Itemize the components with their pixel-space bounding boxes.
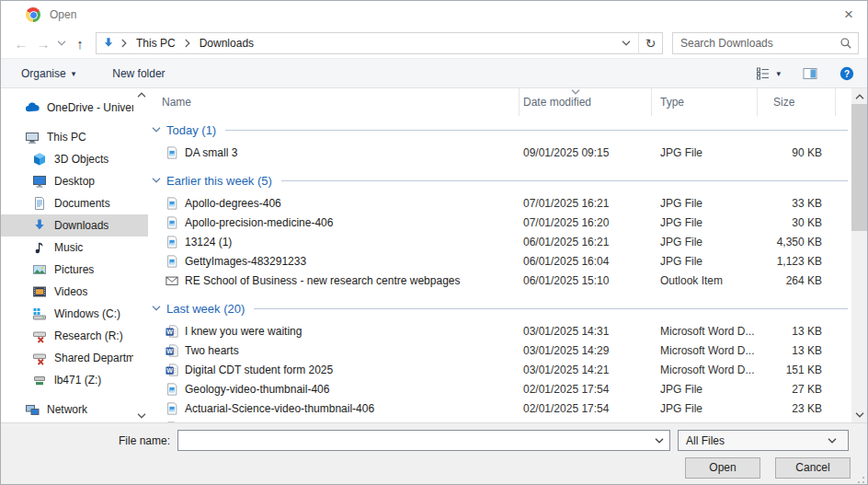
cancel-button[interactable]: Cancel <box>775 457 851 479</box>
file-type-cell: JPG File <box>652 216 758 229</box>
sidebar-item-pictures[interactable]: Pictures <box>1 259 148 281</box>
search-icon[interactable] <box>839 37 852 50</box>
close-icon[interactable]: × <box>838 4 860 26</box>
sidebar-item-shared-departm[interactable]: Shared Departm <box>1 347 148 369</box>
sidebar-item-onedrive-univer[interactable]: OneDrive - Univer <box>1 97 148 119</box>
sidebar-item-label: OneDrive - Univer <box>47 101 133 114</box>
column-label: Name <box>162 96 191 109</box>
jpg-file-icon <box>166 216 178 229</box>
chevron-down-icon[interactable] <box>649 438 669 444</box>
recent-locations-chevron-icon[interactable] <box>54 32 69 54</box>
file-row[interactable]: WTwo hearts03/01/2025 14:29Microsoft Wor… <box>148 341 851 360</box>
sidebar-item-lb471-z[interactable]: lb471 (Z:) <box>1 369 148 391</box>
file-list-pane: NameDate modifiedTypeSize Today (1)DA sm… <box>148 88 867 422</box>
file-date-cell: 03/01/2025 14:31 <box>520 325 652 338</box>
column-header-size[interactable]: Size <box>758 88 836 116</box>
sidebar-item-videos[interactable]: Videos <box>1 281 148 303</box>
back-icon[interactable]: ← <box>10 32 32 54</box>
file-name: Two hearts <box>185 344 239 357</box>
column-header-date-modified[interactable]: Date modified <box>520 88 652 116</box>
breadcrumb-downloads[interactable]: Downloads <box>193 37 260 50</box>
list-scrollbar[interactable] <box>851 88 867 422</box>
file-row[interactable]: RE School of Business - new research cen… <box>148 271 851 290</box>
sidebar-item-this-pc[interactable]: This PC <box>1 126 148 148</box>
sidebar-item-label: lb471 (Z:) <box>54 374 101 387</box>
group-header-last-week-20[interactable]: Last week (20) <box>148 297 851 319</box>
sidebar-item-documents[interactable]: Documents <box>1 192 148 214</box>
column-header-name[interactable]: Name <box>148 88 520 116</box>
file-row[interactable]: WDigital CDT student form 202503/01/2025… <box>148 360 851 379</box>
sidebar-item-3d-objects[interactable]: 3D Objects <box>1 148 148 170</box>
file-date-cell: 03/01/2025 14:29 <box>520 344 652 357</box>
outlook-item-icon <box>166 274 178 287</box>
sidebar-item-label: 3D Objects <box>54 153 108 166</box>
file-type-cell: JPG File <box>652 255 758 268</box>
refresh-icon[interactable]: ↻ <box>638 33 662 53</box>
sidebar-item-windows-c[interactable]: Windows (C:) <box>1 303 148 325</box>
scroll-up-icon[interactable] <box>851 88 867 104</box>
file-name-cell: WI knew you were waiting <box>148 325 520 338</box>
chevron-down-icon: ▾ <box>72 69 76 78</box>
jpg-file-icon <box>166 383 178 396</box>
sidebar-item-music[interactable]: Music <box>1 237 148 259</box>
file-row[interactable]: WI knew you were waiting03/01/2025 14:31… <box>148 321 851 341</box>
scroll-down-icon[interactable] <box>851 407 867 422</box>
sidebar-item-downloads[interactable]: Downloads <box>1 214 148 237</box>
downloads-location-icon <box>102 37 115 50</box>
file-type-select[interactable]: All Files <box>678 430 849 451</box>
new-folder-button[interactable]: New folder <box>112 67 165 80</box>
file-name-input[interactable] <box>178 434 649 447</box>
svg-text:W: W <box>166 328 173 334</box>
resize-grip[interactable] <box>857 476 865 484</box>
file-size-cell: 27 KB <box>758 383 836 396</box>
navigation-pane: OneDrive - UniverThis PC3D ObjectsDeskto… <box>1 88 148 422</box>
collapse-chevron-icon[interactable] <box>152 127 161 133</box>
file-name-cell: RE School of Business - new research cen… <box>148 274 520 287</box>
open-button[interactable]: Open <box>685 457 760 479</box>
file-name: 13124 (1) <box>185 236 232 248</box>
word-file-icon: W <box>166 364 178 376</box>
scrollbar-thumb[interactable] <box>851 104 867 231</box>
views-button[interactable]: ▾ <box>756 66 781 81</box>
file-size-cell: 30 KB <box>758 216 836 229</box>
file-type-cell: JPG File <box>652 402 758 415</box>
group-header-earlier-this-week-5[interactable]: Earlier this week (5) <box>148 169 851 191</box>
disconnected-drive-icon <box>32 329 47 343</box>
word-file-icon: W <box>166 325 178 338</box>
file-size-cell: 23 KB <box>758 402 836 415</box>
organise-button[interactable]: Organise ▾ <box>21 67 75 80</box>
windows-drive-icon <box>32 306 47 321</box>
videos-icon <box>32 284 47 299</box>
file-name: DA small 3 <box>185 146 237 159</box>
navigation-bar: ← → ↑ This PC Downloads ↻ <box>1 29 867 58</box>
help-icon[interactable]: ? <box>839 66 854 81</box>
collapse-chevron-icon[interactable] <box>152 306 161 311</box>
file-row[interactable]: GettyImages-48329123306/01/2025 16:04JPG… <box>148 251 851 271</box>
breadcrumb-this-pc[interactable]: This PC <box>130 37 182 50</box>
disconnected-drive-icon <box>32 351 47 365</box>
group-header-today-1[interactable]: Today (1) <box>148 119 851 141</box>
collapse-chevron-icon[interactable] <box>152 178 161 183</box>
sidebar-item-research-r[interactable]: Research (R:) <box>1 325 148 347</box>
up-icon[interactable]: ↑ <box>69 32 91 54</box>
address-dropdown-chevron-icon[interactable] <box>614 33 638 53</box>
column-header-type[interactable]: Type <box>652 88 758 116</box>
column-label: Size <box>773 96 794 109</box>
sidebar-item-network[interactable]: Network <box>1 398 148 421</box>
preview-pane-icon[interactable] <box>803 66 817 81</box>
sidebar-item-label: Videos <box>54 285 87 298</box>
address-bar[interactable]: This PC Downloads ↻ <box>96 32 663 54</box>
sidebar-item-desktop[interactable]: Desktop <box>1 170 148 192</box>
search-input[interactable] <box>680 37 839 50</box>
sidebar-scrollbar[interactable] <box>135 88 147 422</box>
sidebar-item-label: Music <box>54 241 83 254</box>
file-row[interactable]: Apollo-precision-medicine-40607/01/2025 … <box>148 213 851 232</box>
file-row[interactable]: Geology-video-thumbnail-40602/01/2025 17… <box>148 379 851 398</box>
file-row[interactable]: Apollo-degrees-40607/01/2025 16:21JPG Fi… <box>148 193 851 213</box>
file-row[interactable]: DA small 309/01/2025 09:15JPG File90 KB <box>148 143 851 162</box>
file-size-cell: 1,123 KB <box>758 255 836 268</box>
group-label: Last week (20) <box>166 302 245 316</box>
file-row[interactable]: Actuarial-Science-video-thumbnail-40602/… <box>148 398 851 418</box>
forward-icon[interactable]: → <box>32 32 54 54</box>
file-row[interactable]: 13124 (1)06/01/2025 16:21JPG File4,350 K… <box>148 232 851 251</box>
